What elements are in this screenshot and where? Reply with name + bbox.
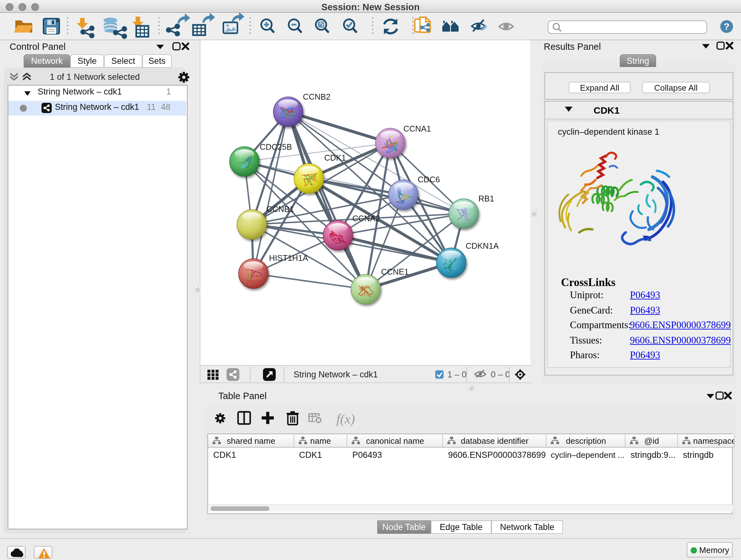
svg-text:String Network – cdk1: String Network – cdk1 <box>293 370 378 379</box>
svg-text:CCNB2: CCNB2 <box>303 92 331 101</box>
svg-text:CDK1: CDK1 <box>324 153 346 162</box>
svg-text:CCNA1: CCNA1 <box>403 124 431 133</box>
svg-text:CCNE1: CCNE1 <box>381 267 409 276</box>
svg-text:CDC25B: CDC25B <box>260 142 292 151</box>
svg-text:1 – 0: 1 – 0 <box>448 370 467 379</box>
svg-text:CDKN1A: CDKN1A <box>466 241 499 250</box>
svg-text:HIST1H1A: HIST1H1A <box>269 253 308 262</box>
svg-text:?: ? <box>724 21 730 32</box>
svg-text:CCNA2: CCNA2 <box>352 214 380 223</box>
svg-text:RB1: RB1 <box>478 194 494 203</box>
svg-text:CDC6: CDC6 <box>418 175 440 184</box>
svg-text:f(x): f(x) <box>336 412 355 427</box>
svg-text:CCNB1: CCNB1 <box>266 205 294 213</box>
svg-text:0 – 0: 0 – 0 <box>491 370 510 379</box>
